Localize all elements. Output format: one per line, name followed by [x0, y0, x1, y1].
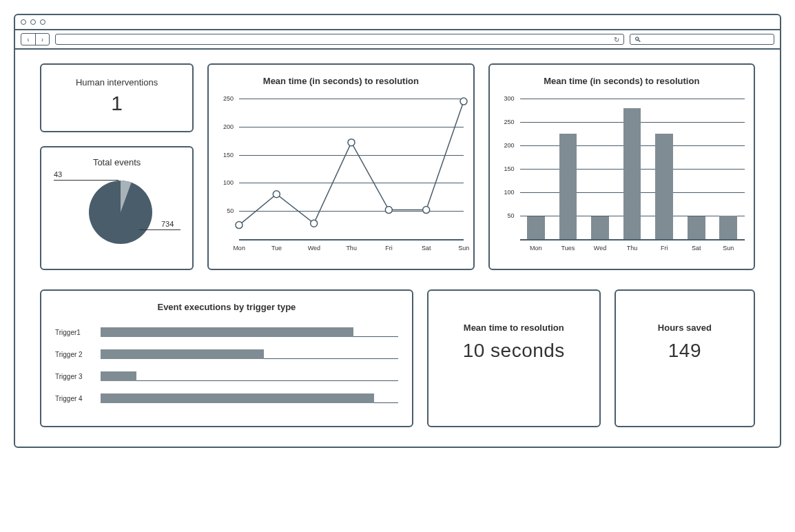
pie-slice-label: 43 [54, 170, 62, 178]
line-chart-area: 50100150200250MonTueWedThuFriSatSun [218, 93, 463, 258]
data-point [385, 207, 392, 214]
pie-chart: 43 734 [48, 172, 185, 261]
card-hours-saved: Hours saved 149 [615, 289, 755, 427]
data-point [348, 139, 355, 146]
window-control-dot[interactable] [40, 19, 45, 25]
card-title: Event executions by trigger type [55, 302, 398, 312]
data-point [236, 222, 242, 229]
pie-leader-line [139, 229, 180, 230]
dashboard-content: Human interventions 1 Total events 43 73… [15, 50, 780, 447]
card-title: Total events [48, 157, 185, 167]
card-title: Human interventions [41, 77, 192, 88]
hbar-label: Trigger1 [55, 329, 101, 336]
bar-chart-area: 50100150200250300MonTuesWedThuFriSatSun [499, 93, 744, 258]
card-value: 149 [616, 340, 754, 362]
search-bar[interactable]: 🔍︎ [630, 34, 774, 45]
card-human-interventions: Human interventions 1 [40, 63, 194, 132]
hbar-label: Trigger 3 [55, 373, 101, 380]
hbar-fill [101, 327, 353, 337]
x-tick-label: Sun [714, 245, 742, 252]
bar [655, 134, 673, 239]
window-control-dot[interactable] [30, 19, 36, 25]
hbar-track [101, 371, 398, 381]
card-line-chart: Mean time (in seconds) to resolution 501… [207, 63, 474, 270]
card-title: Mean time (in seconds) to resolution [499, 76, 744, 86]
hbar-fill [101, 349, 264, 359]
hbar-row: Trigger 4 [55, 391, 398, 406]
card-total-events: Total events 43 734 [40, 146, 194, 270]
y-tick-label: 150 [499, 165, 515, 172]
bar [527, 216, 545, 239]
card-title: Hours saved [616, 323, 754, 333]
bar [591, 216, 609, 239]
bar [559, 134, 577, 239]
card-title: Mean time (in seconds) to resolution [218, 76, 463, 86]
bar [688, 216, 705, 239]
data-point [460, 98, 467, 105]
y-tick-label: 250 [499, 119, 515, 125]
card-title: Mean time to resolution [429, 323, 599, 333]
hbar-row: Trigger1 [55, 325, 398, 340]
card-value: 10 seconds [429, 340, 599, 362]
y-tick-label: 100 [499, 189, 515, 196]
y-tick-label: 200 [499, 142, 515, 149]
bar [623, 108, 641, 239]
data-point [273, 191, 280, 198]
y-tick-label: 50 [499, 212, 515, 219]
x-tick-label: Mon [522, 245, 550, 252]
forward-button[interactable]: › [35, 34, 49, 45]
hbar-fill [101, 393, 374, 403]
data-point [311, 220, 318, 227]
x-tick-label: Fri [650, 245, 678, 252]
browser-window: ‹ › ↻ 🔍︎ Human interventions 1 Total eve… [14, 14, 781, 448]
hbar-row: Trigger 2 [55, 347, 398, 362]
window-control-dot[interactable] [21, 19, 26, 25]
url-bar[interactable]: ↻ [55, 34, 624, 45]
card-hbar-chart: Event executions by trigger type Trigger… [40, 289, 413, 427]
pie-leader-line [54, 180, 118, 181]
line-svg [218, 93, 469, 258]
pie-svg [88, 180, 153, 245]
browser-toolbar: ‹ › ↻ 🔍︎ [15, 30, 780, 50]
hbar-label: Trigger 2 [55, 351, 101, 358]
hbar-track [101, 349, 398, 359]
nav-buttons: ‹ › [21, 33, 50, 45]
x-tick-label: Thu [619, 245, 646, 252]
refresh-icon[interactable]: ↻ [614, 36, 619, 43]
hbar-label: Trigger 4 [55, 395, 101, 402]
hbar-track [101, 393, 398, 403]
card-value: 1 [41, 92, 192, 115]
data-point [423, 207, 430, 214]
y-tick-label: 300 [499, 95, 515, 102]
x-tick-label: Sat [683, 245, 710, 252]
card-mean-time: Mean time to resolution 10 seconds [427, 289, 601, 427]
pie-slice-label: 734 [161, 220, 174, 228]
search-icon: 🔍︎ [634, 36, 641, 43]
hbar-chart-body: Trigger1Trigger 2Trigger 3Trigger 4 [55, 325, 398, 406]
bar [719, 216, 737, 239]
x-tick-label: Tues [554, 245, 581, 252]
hbar-row: Trigger 3 [55, 369, 398, 384]
card-bar-chart: Mean time (in seconds) to resolution 501… [488, 63, 755, 270]
back-button[interactable]: ‹ [21, 34, 35, 45]
window-titlebar [15, 15, 780, 30]
hbar-track [101, 327, 398, 337]
hbar-fill [101, 371, 136, 381]
x-tick-label: Wed [586, 245, 614, 252]
